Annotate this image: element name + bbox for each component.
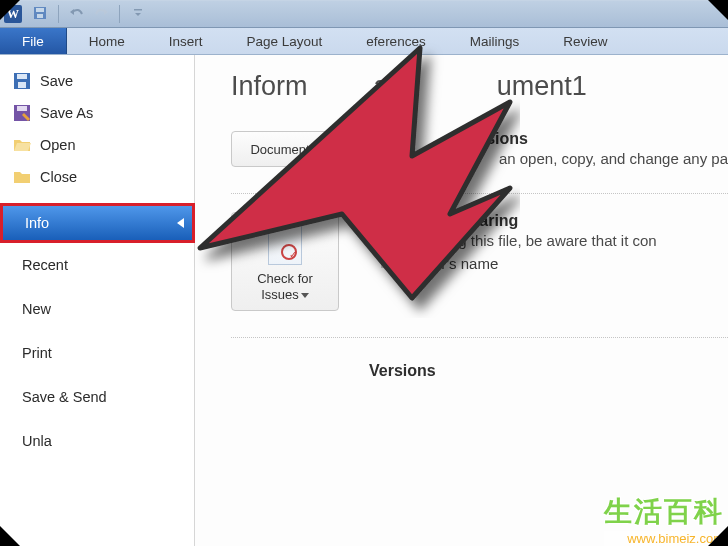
backstage-view: Save Save As Open Close Info [0,55,728,546]
section-heading: Versions [369,362,728,380]
menu-label: Close [40,169,77,185]
qat-customize-icon[interactable] [130,5,146,21]
svg-rect-1 [36,8,44,12]
section-versions: Versions [231,338,728,408]
tab-insert[interactable]: Insert [147,28,225,54]
qat-redo-icon[interactable] [93,5,109,21]
bullet-item: Author's name [381,255,728,272]
button-label-line1: Check for [257,271,313,286]
section-text: Before sharing this file, be aware that … [369,232,728,249]
qat-undo-icon[interactable] [69,5,85,21]
svg-rect-3 [134,9,142,11]
menu-close[interactable]: Close [0,161,194,193]
qat-separator [119,5,120,23]
title-bar: W [0,0,728,28]
bullet-text: Author's name [402,255,498,272]
bullet-square-icon [381,259,390,268]
menu-label: Open [40,137,75,153]
svg-rect-6 [18,82,26,88]
qat-separator [58,5,59,23]
menu-label: Info [25,215,49,231]
menu-open[interactable]: Open [0,129,194,161]
svg-rect-8 [17,106,27,111]
menu-info[interactable]: Info [0,203,195,243]
menu-info-highlighted: Info [0,203,194,243]
menu-label: New [22,301,51,317]
section-text: an open, copy, and change any pa [369,150,728,167]
menu-new[interactable]: New [0,287,194,331]
document-check-icon [268,223,302,265]
open-folder-icon [12,135,32,155]
menu-label: Recent [22,257,68,273]
tab-review[interactable]: Review [541,28,629,54]
save-as-icon [12,103,32,123]
button-label-line2: Issues [261,287,299,302]
menu-label: Save [40,73,73,89]
section-heading: sions [369,130,728,148]
svg-rect-5 [17,74,27,79]
submenu-arrow-icon [177,218,184,228]
tab-page-layout[interactable]: Page Layout [225,28,345,54]
menu-print[interactable]: Print [0,331,194,375]
section-permissions: Document sions an open, copy, and change… [231,120,728,194]
ribbon-tabs: File Home Insert Page Layout eferences M… [0,28,728,55]
menu-label: Print [22,345,52,361]
menu-label: Save As [40,105,93,121]
menu-save-as[interactable]: Save As [0,97,194,129]
check-for-issues-button[interactable]: Check for Issues [231,212,339,311]
backstage-content: Information about Document1 Document sio… [195,55,728,546]
svg-rect-2 [37,14,43,18]
file-tab[interactable]: File [0,28,67,54]
menu-label: Save & Send [22,389,107,405]
close-folder-icon [12,167,32,187]
page-title: Information about Document1 [231,71,728,102]
menu-help[interactable]: Unla [0,419,194,463]
button-label: Document [250,142,309,157]
protect-document-button[interactable]: Document [231,131,339,167]
backstage-side-menu: Save Save As Open Close Info [0,55,195,546]
chevron-down-icon [312,148,320,153]
qat-save-icon[interactable] [32,5,48,21]
tab-references[interactable]: eferences [344,28,447,54]
save-icon [12,71,32,91]
menu-save[interactable]: Save [0,65,194,97]
section-prepare-sharing: Check for Issues Prepare for Sharing Bef… [231,194,728,338]
tab-mailings[interactable]: Mailings [448,28,542,54]
chevron-down-icon [301,293,309,298]
word-app-icon: W [4,5,22,23]
menu-label: Unla [22,433,52,449]
quick-access-toolbar [32,5,146,23]
section-heading: Prepare for Sharing [369,212,728,230]
tab-home[interactable]: Home [67,28,147,54]
menu-recent[interactable]: Recent [0,243,194,287]
menu-save-send[interactable]: Save & Send [0,375,194,419]
